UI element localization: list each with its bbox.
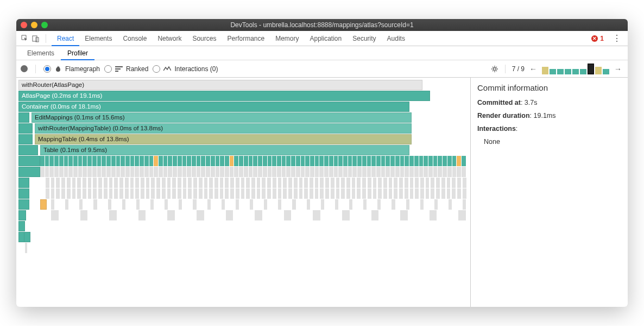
flame-cell[interactable] <box>288 188 292 199</box>
flame-cell[interactable] <box>98 178 102 188</box>
flame-cell[interactable] <box>121 156 125 166</box>
tab-memory[interactable]: Memory <box>270 31 304 46</box>
flame-cell[interactable] <box>346 188 350 199</box>
mode-interactions[interactable]: Interactions (0) <box>153 65 218 73</box>
inspect-icon[interactable] <box>21 34 29 43</box>
subtab-profiler[interactable]: Profiler <box>61 46 94 60</box>
flame-cell[interactable] <box>230 188 234 199</box>
flame-cell[interactable] <box>168 156 172 166</box>
flame-cell[interactable] <box>92 167 97 177</box>
flame-cell[interactable] <box>108 199 111 210</box>
flame-cell[interactable] <box>320 188 324 199</box>
flame-cell[interactable] <box>283 178 287 188</box>
flame-cell[interactable] <box>299 178 303 188</box>
flame-cell[interactable] <box>119 188 123 199</box>
commit-bar-selected[interactable] <box>588 64 594 74</box>
flame-cell[interactable] <box>211 156 215 166</box>
flame-cell[interactable] <box>104 178 108 188</box>
tab-elements[interactable]: Elements <box>79 31 117 46</box>
flame-cell[interactable] <box>373 188 377 199</box>
flame-cell[interactable] <box>151 178 155 188</box>
flame-cell[interactable] <box>320 178 324 188</box>
flame-cell[interactable] <box>61 188 65 199</box>
flame-cell[interactable] <box>163 167 168 177</box>
flame-cell[interactable] <box>230 167 234 177</box>
flame-cell[interactable] <box>419 156 424 166</box>
flame-cell[interactable] <box>286 156 291 166</box>
flame-cell[interactable] <box>214 178 218 188</box>
flame-cell[interactable] <box>79 199 83 210</box>
flame-cell[interactable] <box>377 199 381 210</box>
flame-cell[interactable] <box>305 156 310 166</box>
flame-children-row[interactable] <box>18 178 468 188</box>
subtab-elements[interactable]: Elements <box>21 46 61 60</box>
flame-cell[interactable] <box>183 178 187 188</box>
flame-cell[interactable] <box>415 178 419 188</box>
flame-cell[interactable] <box>352 178 356 188</box>
flame-cell[interactable] <box>246 178 250 188</box>
flame-cell[interactable] <box>291 167 295 177</box>
flame-cell[interactable] <box>178 178 181 188</box>
flame-cell[interactable] <box>292 199 295 210</box>
flame-cell[interactable] <box>163 156 168 166</box>
flame-cell[interactable] <box>430 210 437 220</box>
flame-cell[interactable] <box>206 167 210 177</box>
flame-cell[interactable] <box>258 156 262 166</box>
flame-cell[interactable] <box>405 188 408 199</box>
flame-cell[interactable] <box>272 156 276 166</box>
tab-performance[interactable]: Performance <box>222 31 270 46</box>
flame-cell[interactable] <box>434 199 438 210</box>
flame-children-row[interactable] <box>18 232 468 243</box>
flame-cell[interactable] <box>251 178 255 188</box>
flame-bar[interactable]: Table (0.1ms of 9.5ms) <box>40 145 409 155</box>
flame-cell[interactable] <box>73 167 78 177</box>
flame-cell[interactable] <box>220 178 224 188</box>
device-toggle-icon[interactable] <box>31 34 40 43</box>
flame-cell[interactable] <box>216 167 220 177</box>
commit-bar[interactable] <box>580 69 586 74</box>
prev-commit-button[interactable]: ← <box>528 65 539 73</box>
flame-cell[interactable] <box>244 156 248 166</box>
flame-cell[interactable] <box>172 188 176 199</box>
flame-cell[interactable] <box>187 156 191 166</box>
flame-cell[interactable] <box>457 156 461 166</box>
flame-cell[interactable] <box>135 156 139 166</box>
flame-cell[interactable] <box>331 188 334 199</box>
flame-cell[interactable] <box>149 156 154 166</box>
flame-cell[interactable] <box>167 210 175 220</box>
flame-cell[interactable] <box>178 156 182 166</box>
flame-cell[interactable] <box>106 167 111 177</box>
flame-cell[interactable] <box>93 188 97 199</box>
flame-cell[interactable] <box>136 199 140 210</box>
flame-cell[interactable] <box>307 199 310 210</box>
flame-cell[interactable] <box>209 188 213 199</box>
flame-cell[interactable] <box>291 156 295 166</box>
flame-cell[interactable] <box>226 210 233 220</box>
flame-cell[interactable] <box>216 156 220 166</box>
flame-children-row[interactable] <box>18 167 468 178</box>
flame-cell[interactable] <box>310 188 313 199</box>
flame-cell[interactable] <box>149 167 154 177</box>
zoom-icon[interactable] <box>41 22 48 28</box>
gear-icon[interactable] <box>491 65 498 73</box>
flame-cell[interactable] <box>405 178 408 188</box>
flame-cell[interactable] <box>282 156 286 166</box>
flame-bar[interactable]: MappingTable (0.4ms of 13.8ms) <box>35 134 412 144</box>
flame-cell[interactable] <box>383 178 387 188</box>
flame-cell[interactable] <box>192 167 196 177</box>
flame-cell[interactable] <box>409 156 414 166</box>
flame-cell[interactable] <box>230 178 234 188</box>
flame-cell[interactable] <box>236 188 239 199</box>
flame-cell[interactable] <box>390 156 395 166</box>
flame-cell[interactable] <box>301 156 305 166</box>
flame-cell[interactable] <box>457 178 461 188</box>
flame-cell[interactable] <box>173 167 177 177</box>
flame-cell[interactable] <box>77 178 81 188</box>
flame-cell[interactable] <box>106 156 111 166</box>
flame-cell[interactable] <box>457 167 461 177</box>
flame-cell[interactable] <box>178 188 181 199</box>
flame-cell[interactable] <box>376 167 381 177</box>
flame-cell[interactable] <box>436 188 440 199</box>
flame-cell[interactable] <box>255 210 262 220</box>
flame-cell[interactable] <box>338 156 343 166</box>
